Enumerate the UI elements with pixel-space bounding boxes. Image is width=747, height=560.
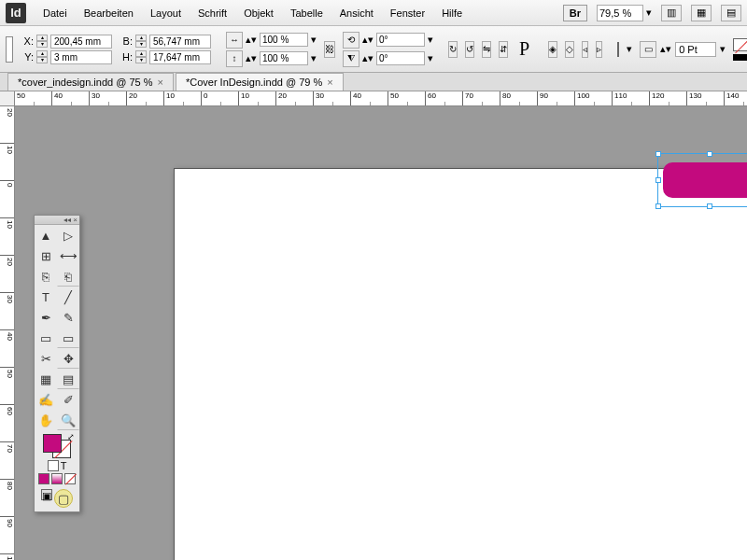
- menu-layout[interactable]: Layout: [143, 4, 189, 22]
- scale-x-field[interactable]: [260, 33, 308, 47]
- select-next-icon[interactable]: ▹: [596, 41, 602, 58]
- menu-file[interactable]: Datei: [35, 4, 75, 22]
- selection-tool[interactable]: ▲: [35, 225, 57, 245]
- menu-edit[interactable]: Bearbeiten: [77, 4, 141, 22]
- page-tool[interactable]: ⊞: [35, 245, 57, 266]
- horizontal-ruler[interactable]: 5040302010010203040506070809010011012013…: [15, 91, 747, 106]
- zoom-tool[interactable]: 🔍: [57, 410, 79, 430]
- ruler-tick: 60: [426, 91, 463, 105]
- stroke-weight-icon: ▭: [640, 41, 656, 58]
- fill-dropdown-icon[interactable]: ▾: [627, 43, 632, 55]
- eyedropper-tool[interactable]: ✐: [57, 389, 79, 410]
- scissors-tool[interactable]: ✂: [35, 348, 57, 369]
- reference-point-grid[interactable]: [6, 36, 13, 63]
- ruler-tick: 70: [463, 91, 500, 105]
- zoom-field[interactable]: [597, 5, 643, 21]
- x-label: X:: [21, 35, 34, 47]
- menu-object[interactable]: Objekt: [236, 4, 281, 22]
- gradient-feather-tool[interactable]: ▤: [57, 369, 79, 389]
- line-tool[interactable]: ╱: [57, 287, 79, 307]
- width-field[interactable]: [149, 35, 211, 49]
- document-tab-bar: *cover_indesign.indd @ 75 %× *Cover InDe…: [0, 73, 747, 91]
- menu-window[interactable]: Fenster: [383, 4, 432, 22]
- select-container-icon[interactable]: ◈: [548, 41, 557, 58]
- swap-fill-stroke-icon[interactable]: ⤢: [67, 432, 75, 441]
- content-collector[interactable]: ⎘: [35, 266, 57, 287]
- canvas[interactable]: [15, 106, 747, 560]
- flip-vertical-icon[interactable]: ⇵: [499, 41, 508, 58]
- stroke-weight-field[interactable]: [675, 42, 716, 57]
- ruler-tick: 20: [0, 106, 14, 144]
- hand-tool[interactable]: ✋: [35, 410, 57, 430]
- pen-tool[interactable]: ✒: [35, 307, 57, 328]
- note-tool[interactable]: ✍: [35, 389, 57, 410]
- rectangle-frame-tool[interactable]: ▭: [35, 328, 57, 348]
- zoom-dropdown-icon[interactable]: ▾: [646, 7, 652, 19]
- vertical-ruler[interactable]: 20100102030405060708090100110120: [0, 106, 15, 560]
- select-prev-icon[interactable]: ◃: [582, 41, 588, 58]
- ruler-tick: 100: [0, 554, 14, 560]
- gap-tool[interactable]: ⟷: [57, 245, 79, 266]
- arrange-documents-icon[interactable]: ▦: [691, 5, 712, 21]
- ruler-origin[interactable]: [0, 91, 15, 106]
- apply-gradient-icon[interactable]: [51, 473, 63, 484]
- type-tool[interactable]: T: [35, 287, 57, 307]
- menu-view[interactable]: Ansicht: [332, 4, 381, 22]
- ruler-tick: 20: [0, 256, 14, 293]
- rotation-field[interactable]: [376, 33, 425, 47]
- tools-panel-header[interactable]: ◂◂×: [35, 216, 79, 225]
- formatting-text-icon[interactable]: T: [61, 460, 67, 471]
- ruler-tick: 50: [388, 91, 426, 105]
- document-tab-2[interactable]: *Cover InDesign.indd @ 79 %×: [176, 73, 344, 91]
- ruler-tick: 0: [202, 91, 239, 105]
- ruler-tick: 110: [613, 91, 650, 105]
- preview-mode-icon[interactable]: ▢: [54, 489, 73, 508]
- rotate-90-cw-icon[interactable]: ↻: [448, 41, 458, 58]
- screen-mode-icon[interactable]: ▥: [661, 5, 682, 21]
- rotate-90-ccw-icon[interactable]: ↺: [465, 41, 474, 58]
- ruler-tick: 20: [127, 91, 164, 105]
- apply-none-icon[interactable]: [64, 473, 76, 484]
- menu-table[interactable]: Tabelle: [283, 4, 331, 22]
- close-icon[interactable]: ×: [157, 77, 162, 88]
- selection-frame: [657, 153, 747, 207]
- document-page[interactable]: [174, 168, 747, 560]
- flip-horizontal-icon[interactable]: ⇋: [482, 41, 491, 58]
- pencil-tool[interactable]: ✎: [57, 307, 79, 328]
- y-field[interactable]: [50, 50, 112, 64]
- menu-bar: Id Datei Bearbeiten Layout Schrift Objek…: [0, 0, 747, 26]
- ruler-tick: 0: [0, 181, 14, 218]
- ruler-tick: 40: [351, 91, 388, 105]
- normal-view-icon[interactable]: ▣: [41, 489, 52, 500]
- rectangle-tool[interactable]: ▭: [57, 328, 79, 348]
- height-field[interactable]: [149, 50, 211, 64]
- shear-field[interactable]: [376, 51, 425, 65]
- constrain-icon[interactable]: ⛓: [324, 41, 335, 58]
- stroke-style-preview[interactable]: [733, 54, 747, 61]
- gradient-swatch-tool[interactable]: ▦: [35, 369, 57, 389]
- shear-icon: ⧨: [343, 50, 359, 67]
- workspace-switcher-icon[interactable]: ▤: [721, 5, 741, 21]
- scale-y-field[interactable]: [260, 51, 308, 65]
- menu-type[interactable]: Schrift: [190, 4, 234, 22]
- direct-selection-tool[interactable]: ▷: [57, 225, 79, 245]
- tools-panel[interactable]: ◂◂× ▲▷⊞⟷⎘⎗T╱✒✎▭▭✂✥▦▤✍✐✋🔍 ⤢ T ▣ ▢: [34, 215, 80, 512]
- ruler-tick: 10: [239, 91, 276, 105]
- content-placer[interactable]: ⎗: [57, 266, 79, 287]
- ruler-tick: 50: [0, 368, 14, 405]
- apply-color-icon[interactable]: [38, 473, 49, 484]
- default-fill-stroke-icon[interactable]: [48, 460, 59, 471]
- ruler-tick: 70: [0, 442, 14, 480]
- app-logo: Id: [6, 3, 26, 23]
- free-transform-tool[interactable]: ✥: [57, 348, 79, 369]
- ruler-tick: 130: [687, 91, 725, 105]
- fill-stroke-proxy[interactable]: ⤢: [43, 434, 71, 458]
- bridge-button[interactable]: Br: [563, 5, 587, 21]
- close-icon[interactable]: ×: [327, 77, 332, 88]
- stroke-color-swatch[interactable]: [733, 38, 747, 51]
- fill-color-swatch[interactable]: [617, 42, 619, 57]
- menu-help[interactable]: Hilfe: [434, 4, 470, 22]
- select-content-icon[interactable]: ◇: [565, 41, 574, 58]
- x-field[interactable]: [50, 35, 112, 49]
- document-tab-1[interactable]: *cover_indesign.indd @ 75 %×: [7, 73, 174, 91]
